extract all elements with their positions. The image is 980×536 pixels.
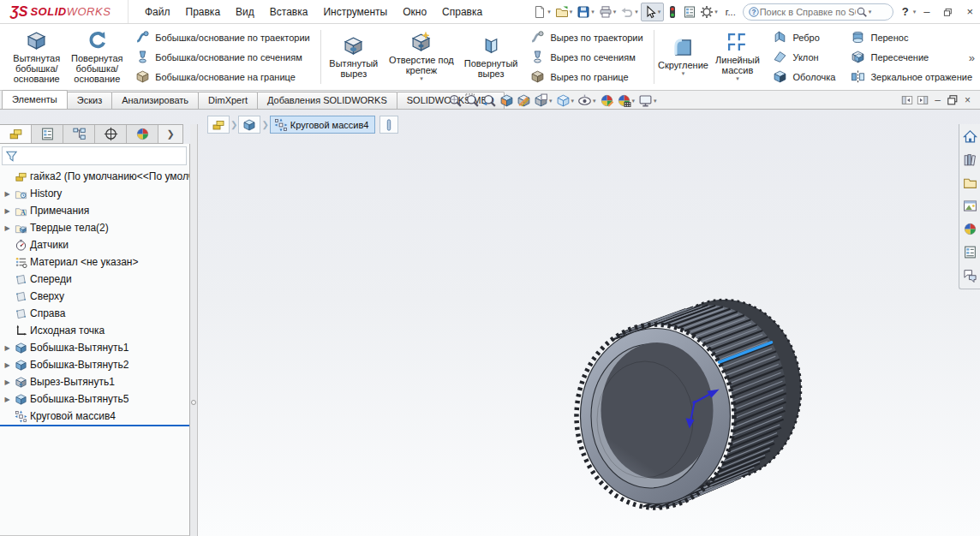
tab-4[interactable]: DimXpert <box>198 92 258 109</box>
edit-appearance-button[interactable] <box>599 92 615 109</box>
panel-tab-configuration-manager[interactable] <box>63 125 95 143</box>
ribbon-button[interactable]: Вырез по сечениям <box>529 49 644 65</box>
zoom-fit-button[interactable] <box>447 92 463 109</box>
expand-arrow-icon[interactable]: ▶ <box>3 378 12 386</box>
tree-item[interactable]: Круговой массив4 <box>0 408 189 425</box>
tree-item[interactable]: ▶History <box>0 185 189 202</box>
taskpane-file-explorer-button[interactable] <box>962 175 978 191</box>
dropdown-icon[interactable]: ▾ <box>654 98 657 104</box>
ribbon-button[interactable]: Зеркальное отражение <box>849 68 974 85</box>
ribbon-button[interactable]: Уклон <box>771 49 837 65</box>
view-settings-button[interactable]: ▾ <box>637 92 659 109</box>
ribbon-button[interactable]: Скругление▾ <box>657 35 710 79</box>
window-restore-button[interactable] <box>936 5 959 18</box>
tab-2[interactable]: Эскиз <box>67 92 112 109</box>
ribbon-button[interactable]: Повернутая бобышка/основание <box>66 28 128 86</box>
dropdown-icon[interactable]: ▾ <box>658 9 661 15</box>
pane-next-button[interactable] <box>917 93 929 106</box>
print-button[interactable]: ▾ <box>597 3 619 21</box>
help-dropdown-icon[interactable]: ▾ <box>913 9 917 15</box>
display-style-button[interactable]: ▾ <box>555 92 577 109</box>
menu-4[interactable]: Вставка <box>262 3 316 21</box>
dropdown-icon[interactable]: ▾ <box>571 98 575 104</box>
doc-restore-button[interactable] <box>947 93 959 106</box>
window-close-button[interactable]: × <box>959 5 980 18</box>
zoom-area-button[interactable] <box>464 92 481 109</box>
ribbon-button[interactable]: Оболочка <box>771 68 837 85</box>
panel-tab-feature-manager[interactable] <box>0 125 32 143</box>
ribbon-button[interactable]: Бобышка/основание на границе <box>134 68 312 85</box>
doc-minimize-button[interactable]: – <box>932 94 943 106</box>
tree-filter-field[interactable] <box>2 146 187 165</box>
panel-tab-display-manager[interactable] <box>127 125 158 143</box>
tree-root-item[interactable]: гайка2 (По умолчанию<<По умолчани <box>0 168 189 185</box>
search-box[interactable]: ? ▾ <box>743 3 893 21</box>
tree-item[interactable]: ▶Твердые тела(2) <box>0 219 189 236</box>
ribbon-button[interactable]: Повернутый вырез <box>459 33 523 81</box>
splitter-handle[interactable] <box>191 400 196 405</box>
ribbon-button[interactable]: Ребро <box>771 29 837 45</box>
toolbar-overflow-label[interactable]: г... <box>726 7 736 17</box>
breadcrumb-chip-2[interactable] <box>238 116 260 134</box>
taskpane-design-library-button[interactable] <box>962 152 978 168</box>
dropdown-icon[interactable]: ▾ <box>570 9 573 15</box>
pane-previous-button[interactable] <box>901 93 913 106</box>
help-button[interactable]: ? <box>899 5 912 18</box>
ribbon-button[interactable]: Бобышка/основание по траектории <box>134 29 312 45</box>
menu-5[interactable]: Инструменты <box>315 3 395 21</box>
search-dropdown-icon[interactable]: ▾ <box>869 9 872 15</box>
breadcrumb-chip-1[interactable] <box>207 116 230 134</box>
tree-item[interactable]: Сверху <box>0 288 189 305</box>
view-orientation-button[interactable]: ▾ <box>533 92 554 109</box>
traffic-light-button[interactable] <box>664 3 681 21</box>
expand-arrow-icon[interactable]: ▶ <box>3 190 12 198</box>
dropdown-icon[interactable]: ▾ <box>613 9 617 15</box>
menu-6[interactable]: Окно <box>395 3 434 21</box>
ribbon-button[interactable]: Перенос <box>849 29 974 45</box>
window-minimize-button[interactable]: – <box>917 5 936 18</box>
tree-item[interactable]: Датчики <box>0 236 189 253</box>
tree-item[interactable]: ▶Бобышка-Вытянуть2 <box>0 356 189 373</box>
taskpane-home-button[interactable] <box>962 128 978 145</box>
expand-arrow-icon[interactable]: ▶ <box>3 207 12 215</box>
expand-arrow-icon[interactable]: ▶ <box>3 361 12 369</box>
tab-1[interactable]: Элементы <box>2 90 68 109</box>
zoom-previous-button[interactable] <box>481 92 498 109</box>
dropdown-icon[interactable]: ▾ <box>736 75 739 82</box>
pin-menubar-button[interactable] <box>493 4 497 20</box>
taskpane-forum-button[interactable] <box>962 267 978 283</box>
dropdown-icon[interactable]: ▾ <box>682 70 685 77</box>
tree-item[interactable]: Справа <box>0 305 189 322</box>
tab-5[interactable]: Добавления SOLIDWORKS <box>257 92 397 109</box>
taskpane-view-palette-button[interactable] <box>962 198 978 214</box>
dropdown-icon[interactable]: ▾ <box>593 98 596 104</box>
breadcrumb-edge-chip[interactable] <box>379 116 398 134</box>
gear-button[interactable]: ▾ <box>698 3 720 21</box>
dropdown-icon[interactable]: ▾ <box>547 9 551 15</box>
taskpane-custom-properties-button[interactable] <box>962 244 978 260</box>
expand-arrow-icon[interactable]: ▶ <box>3 224 12 232</box>
menu-1[interactable]: Файл <box>137 3 178 21</box>
undo-button[interactable]: ▾ <box>618 3 641 21</box>
menu-3[interactable]: Вид <box>228 3 262 21</box>
ribbon-button[interactable]: Пересечение <box>849 49 974 65</box>
apply-scene-button[interactable]: ▾ <box>616 92 637 109</box>
tree-item[interactable]: ▶Бобышка-Вытянуть5 <box>0 390 189 408</box>
open-folder-button[interactable]: ▾ <box>553 3 576 21</box>
ribbon-overflow-chevron[interactable]: » <box>969 51 975 64</box>
tree-item[interactable]: ▶Бобышка-Вытянуть1 <box>0 339 189 356</box>
ribbon-button[interactable]: Вытянутый вырез <box>324 33 385 81</box>
panel-splitter[interactable] <box>190 124 198 536</box>
breadcrumb-chip-3[interactable]: Круговой массив4 <box>270 116 376 134</box>
doc-close-button[interactable]: × <box>962 94 973 106</box>
ribbon-button[interactable]: Отверстие под крепеж▾ <box>384 30 459 84</box>
new-doc-button[interactable]: ▾ <box>531 3 553 21</box>
search-input[interactable] <box>760 7 856 17</box>
rollback-bar[interactable] <box>0 425 189 427</box>
cursor-button[interactable]: ▾ <box>641 3 665 21</box>
dropdown-icon[interactable]: ▾ <box>632 98 636 104</box>
menu-2[interactable]: Правка <box>178 3 229 21</box>
search-icon[interactable] <box>856 5 868 18</box>
prop-list-button[interactable] <box>681 3 698 21</box>
hide-show-button[interactable]: ▾ <box>577 92 598 109</box>
